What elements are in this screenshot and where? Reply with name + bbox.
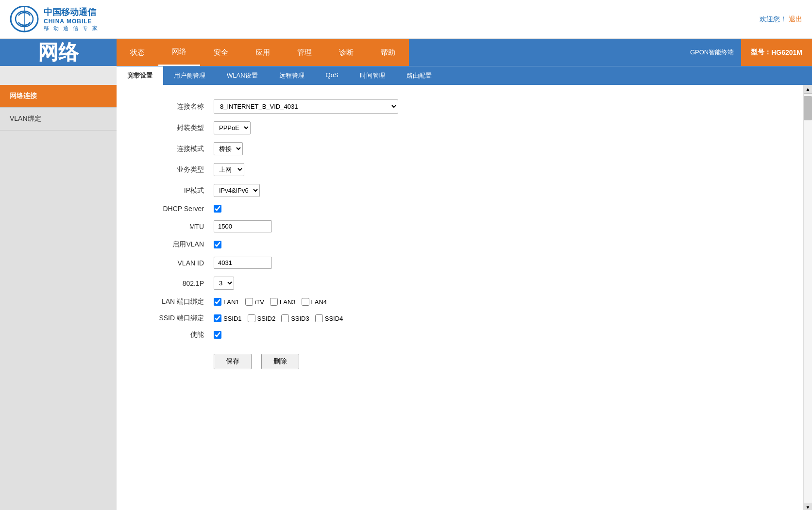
form-row-enable: 使能 (136, 330, 784, 339)
mtu-label: MTU (136, 223, 214, 230)
connection-mode-control: 桥接 路由 (214, 142, 243, 155)
ssid1-item[interactable]: SSID1 (214, 314, 242, 322)
sub-nav-item-route[interactable]: 路由配置 (396, 66, 442, 85)
itv-item[interactable]: iTV (245, 298, 265, 306)
ssid2-item[interactable]: SSID2 (248, 314, 276, 322)
form-row-dot1p: 802.1P 3 0 1 2 4 5 6 7 (136, 277, 784, 290)
ssid-port-group: SSID1 SSID2 SSID3 SSID4 (214, 314, 343, 322)
logo-cn: 中国移动通信 (44, 6, 99, 18)
nav-brand: 网络 (0, 39, 117, 66)
form-row-ssid-ports: SSID 端口绑定 SSID1 SSID2 SSID3 (136, 314, 784, 323)
dot1p-select[interactable]: 3 0 1 2 4 5 6 7 (214, 277, 234, 290)
header-right: 欢迎您！ 退出 (760, 15, 802, 24)
lan4-item[interactable]: LAN4 (302, 298, 327, 306)
nav-item-security[interactable]: 安全 (200, 39, 242, 66)
itv-checkbox[interactable] (245, 298, 253, 306)
sub-nav-item-qos[interactable]: QoS (315, 66, 349, 85)
nav-item-manage[interactable]: 管理 (284, 39, 325, 66)
ssid3-label: SSID3 (291, 315, 309, 322)
ssid4-checkbox[interactable] (315, 314, 323, 322)
ssid-port-control: SSID1 SSID2 SSID3 SSID4 (214, 314, 343, 322)
ssid-port-label: SSID 端口绑定 (136, 314, 214, 323)
sub-nav-item-remote[interactable]: 远程管理 (269, 66, 315, 85)
logo-icon (10, 6, 39, 33)
nav-item-help[interactable]: 帮助 (367, 39, 409, 66)
ssid4-label: SSID4 (325, 315, 343, 322)
lan3-label: LAN3 (280, 298, 296, 306)
logo-en: CHINA MOBILE (44, 18, 99, 25)
dhcp-server-checkbox[interactable] (214, 205, 221, 213)
lan3-checkbox[interactable] (270, 298, 278, 306)
dhcp-server-label: DHCP Server (136, 205, 214, 213)
sidebar-item-network-connection[interactable]: 网络连接 (0, 85, 117, 108)
form-row-service-type: 业务类型 上网 IPTV VoIP (136, 163, 784, 176)
dot1p-label: 802.1P (136, 280, 214, 287)
form-row-ip-mode: IP模式 IPv4&IPv6 IPv4 IPv6 (136, 184, 784, 197)
save-button[interactable]: 保存 (214, 354, 252, 369)
ssid1-label: SSID1 (223, 315, 242, 322)
enable-vlan-checkbox[interactable] (214, 241, 221, 248)
ssid1-checkbox[interactable] (214, 314, 221, 322)
ssid4-item[interactable]: SSID4 (315, 314, 343, 322)
dhcp-server-control (214, 205, 221, 213)
gpon-label: GPON智能终端 (683, 48, 741, 57)
form-row-dhcp: DHCP Server (136, 205, 784, 213)
connection-name-select[interactable]: 8_INTERNET_B_VID_4031 (214, 99, 398, 114)
sidebar: 网络连接 VLAN绑定 (0, 85, 117, 510)
ssid3-item[interactable]: SSID3 (281, 314, 309, 322)
logout-link[interactable]: 退出 (789, 15, 802, 23)
ip-mode-select[interactable]: IPv4&IPv6 IPv4 IPv6 (214, 184, 260, 197)
form-row-enable-vlan: 启用VLAN (136, 240, 784, 249)
lan-port-group: LAN1 iTV LAN3 LAN4 (214, 298, 327, 306)
welcome-text: 欢迎您！ (760, 15, 787, 23)
nav-right: GPON智能终端 型号： HG6201M (683, 39, 812, 66)
content-area: 连接名称 8_INTERNET_B_VID_4031 封装类型 PPPoE IP… (117, 85, 803, 510)
enable-checkbox[interactable] (214, 331, 221, 339)
ssid2-checkbox[interactable] (248, 314, 255, 322)
nav-item-diag[interactable]: 诊断 (325, 39, 367, 66)
sub-nav-item-time[interactable]: 时间管理 (349, 66, 396, 85)
scroll-track (804, 94, 812, 503)
enable-vlan-label: 启用VLAN (136, 240, 214, 249)
lan4-checkbox[interactable] (302, 298, 309, 306)
scroll-up-arrow[interactable]: ▲ (804, 85, 812, 94)
dot1p-control: 3 0 1 2 4 5 6 7 (214, 277, 234, 290)
encap-type-control: PPPoE IPoE (214, 121, 251, 134)
connection-name-label: 连接名称 (136, 102, 214, 111)
form-row-connection-name: 连接名称 8_INTERNET_B_VID_4031 (136, 99, 784, 114)
nav-item-apps[interactable]: 应用 (242, 39, 284, 66)
form-row-vlan-id: VLAN ID (136, 257, 784, 269)
scroll-thumb[interactable] (804, 96, 812, 120)
encap-type-label: 封装类型 (136, 124, 214, 132)
scroll-down-arrow[interactable]: ▼ (804, 503, 812, 510)
lan-port-label: LAN 端口绑定 (136, 297, 214, 306)
sub-nav-item-wlan[interactable]: WLAN设置 (216, 66, 269, 85)
logo-area: 中国移动通信 CHINA MOBILE 移 动 通 信 专 家 (10, 6, 99, 33)
service-type-select[interactable]: 上网 IPTV VoIP (214, 163, 244, 176)
sidebar-item-vlan-binding[interactable]: VLAN绑定 (0, 108, 117, 131)
enable-control (214, 331, 221, 339)
lan1-item[interactable]: LAN1 (214, 298, 239, 306)
sub-nav-item-user[interactable]: 用户侧管理 (163, 66, 216, 85)
lan1-checkbox[interactable] (214, 298, 221, 306)
encap-type-select[interactable]: PPPoE IPoE (214, 121, 251, 134)
mtu-input[interactable] (214, 220, 272, 232)
sub-nav-item-broadband[interactable]: 宽带设置 (117, 66, 163, 85)
lan3-item[interactable]: LAN3 (270, 298, 296, 306)
form-row-mtu: MTU (136, 220, 784, 232)
ip-mode-label: IP模式 (136, 186, 214, 195)
vlan-id-input[interactable] (214, 257, 272, 269)
nav-brand-text: 网络 (38, 39, 79, 66)
connection-mode-select[interactable]: 桥接 路由 (214, 142, 243, 155)
connection-name-control: 8_INTERNET_B_VID_4031 (214, 99, 398, 114)
button-group: 保存 删除 (136, 354, 784, 369)
nav-item-network[interactable]: 网络 (158, 39, 200, 66)
nav-item-status[interactable]: 状态 (117, 39, 158, 66)
enable-label: 使能 (136, 330, 214, 339)
ssid3-checkbox[interactable] (281, 314, 289, 322)
form-row-encap: 封装类型 PPPoE IPoE (136, 121, 784, 134)
model-prefix: 型号： (751, 48, 771, 57)
lan1-label: LAN1 (223, 298, 239, 306)
delete-button[interactable]: 删除 (261, 354, 299, 369)
logo-text: 中国移动通信 CHINA MOBILE 移 动 通 信 专 家 (44, 6, 99, 32)
